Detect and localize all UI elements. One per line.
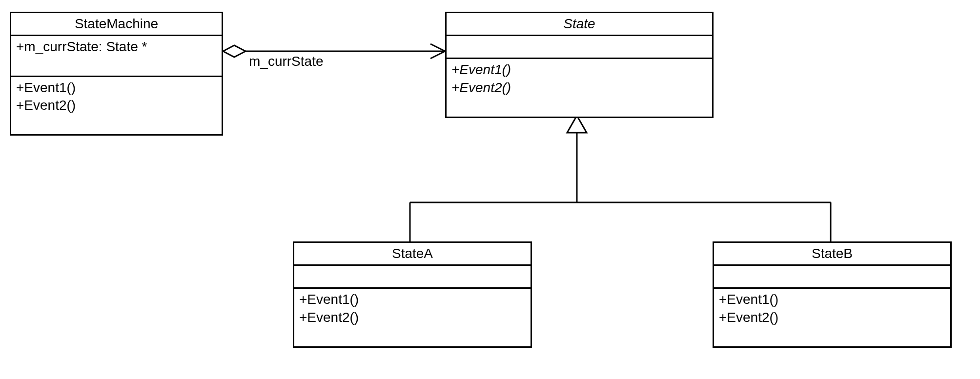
op-row: +Event1() bbox=[299, 291, 526, 308]
class-ops: +Event1() +Event2() bbox=[714, 289, 950, 346]
svg-marker-0 bbox=[223, 45, 245, 57]
class-ops: +Event1() +Event2() bbox=[294, 289, 531, 346]
svg-line-2 bbox=[430, 44, 445, 51]
op-row: +Event2() bbox=[719, 309, 945, 326]
class-ops: +Event1() +Event2() bbox=[11, 77, 222, 134]
op-row: +Event1() bbox=[451, 61, 707, 79]
class-state-machine: StateMachine +m_currState: State * +Even… bbox=[10, 12, 223, 136]
op-row: +Event1() bbox=[16, 79, 217, 97]
svg-line-3 bbox=[430, 51, 445, 59]
class-ops: +Event1() +Event2() bbox=[447, 59, 712, 116]
assoc-label: m_currState bbox=[249, 54, 324, 69]
attr-row: +m_currState: State * bbox=[16, 38, 217, 56]
op-row: +Event1() bbox=[719, 291, 945, 308]
class-attrs: +m_currState: State * bbox=[11, 36, 222, 77]
class-attrs bbox=[294, 266, 531, 289]
class-state-a: StateA +Event1() +Event2() bbox=[293, 241, 532, 348]
class-state: State +Event1() +Event2() bbox=[445, 12, 714, 118]
op-row: +Event2() bbox=[299, 309, 526, 326]
class-state-b: StateB +Event1() +Event2() bbox=[713, 241, 952, 348]
class-attrs bbox=[714, 266, 950, 289]
class-name: StateA bbox=[294, 243, 531, 266]
class-name: State bbox=[447, 13, 712, 36]
class-name: StateB bbox=[714, 243, 950, 266]
op-row: +Event2() bbox=[16, 97, 217, 114]
svg-marker-4 bbox=[567, 116, 587, 133]
op-row: +Event2() bbox=[451, 79, 707, 97]
class-attrs bbox=[447, 36, 712, 59]
class-name: StateMachine bbox=[11, 13, 222, 36]
uml-diagram: StateMachine +m_currState: State * +Even… bbox=[0, 0, 980, 379]
